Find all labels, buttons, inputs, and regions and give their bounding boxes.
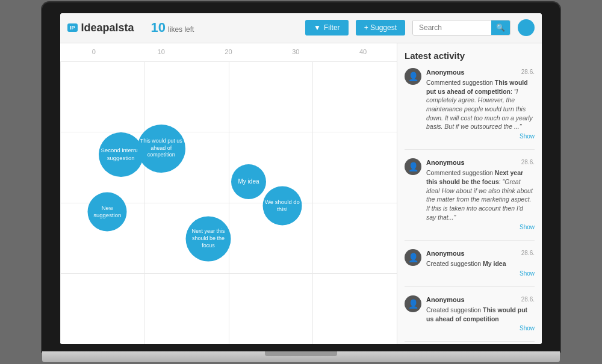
search-box: 🔍: [412, 20, 510, 35]
activity-item: 👤 Anonymous 28.6. Commented suggestion T…: [405, 68, 535, 150]
search-button[interactable]: 🔍: [491, 20, 510, 35]
activity-action: Commented suggestion: [426, 169, 495, 176]
logo-area: IP Ideapalsta: [67, 22, 134, 34]
person-icon: 👤: [408, 162, 418, 171]
avatar: 👤: [405, 68, 421, 85]
activity-action: Created suggestion: [426, 260, 483, 267]
activity-header: Anonymous 28.6.: [426, 249, 535, 258]
logo-badge: IP: [67, 23, 78, 32]
axis-labels: 0 10 20 30 40: [60, 48, 397, 55]
user-avatar-header[interactable]: [518, 19, 535, 36]
suggest-button[interactable]: + Suggest: [356, 20, 405, 35]
activity-user: Anonymous: [426, 249, 465, 258]
activity-date: 28.6.: [521, 158, 535, 167]
activity-content: Anonymous 28.6. Commented suggestion Nex…: [426, 158, 535, 232]
filter-button[interactable]: ▼ Filter: [305, 20, 349, 35]
search-input[interactable]: [413, 20, 491, 35]
laptop-frame: IP Ideapalsta 10 likes left ▼ Filter + S…: [42, 2, 560, 362]
likes-text: likes left: [168, 25, 194, 34]
person-icon: 👤: [408, 72, 418, 81]
avatar: 👤: [405, 158, 421, 175]
bubble-new-suggestion[interactable]: New suggestion: [88, 192, 127, 231]
activity-item: 👤 Anonymous 28.6. Created suggestion Thi…: [405, 295, 535, 342]
likes-left: 10 likes left: [151, 20, 194, 35]
activity-action: Commented suggestion: [426, 79, 495, 86]
activity-item: 👤 Anonymous 28.6. Commented suggestion N…: [405, 158, 535, 241]
bubble-second-internal[interactable]: Second internal suggestion: [99, 132, 143, 177]
bubble-next-year[interactable]: Next year this should be the focus: [185, 216, 231, 261]
activity-header: Anonymous 28.6.: [426, 68, 535, 77]
activity-action: Created suggestion: [426, 306, 483, 313]
activity-date: 28.6.: [521, 249, 535, 258]
avatar: 👤: [405, 249, 421, 266]
activity-user: Anonymous: [426, 158, 465, 167]
show-link[interactable]: Show: [426, 132, 535, 141]
bubble-we-should[interactable]: We should do this!: [262, 186, 302, 225]
sidebar: Latest activity 👤 Anonymous 28.6. Commen…: [397, 43, 542, 344]
activity-date: 28.6.: [521, 295, 535, 304]
laptop-screen: IP Ideapalsta 10 likes left ▼ Filter + S…: [60, 13, 542, 344]
person-icon: 👤: [408, 299, 418, 309]
activity-date: 28.6.: [521, 68, 535, 77]
bubble-my-idea[interactable]: My idea: [231, 164, 266, 199]
show-link[interactable]: Show: [426, 223, 535, 232]
bubble-ahead-competition[interactable]: This would put us ahead of competition: [137, 125, 185, 173]
axis-label-40: 40: [329, 48, 397, 55]
show-link[interactable]: Show: [426, 270, 535, 278]
activity-header: Anonymous 28.6.: [426, 158, 535, 167]
activity-user: Anonymous: [426, 68, 465, 77]
activity-user: Anonymous: [426, 295, 465, 304]
axis-label-10: 10: [128, 48, 195, 55]
filter-icon: ▼: [314, 23, 321, 32]
axis-label-30: 30: [262, 48, 329, 55]
screen-bezel: IP Ideapalsta 10 likes left ▼ Filter + S…: [42, 2, 560, 351]
activity-content: Anonymous 28.6. Created suggestion My id…: [426, 249, 535, 278]
likes-number: 10: [151, 20, 166, 35]
activity-content: Anonymous 28.6. Created suggestion This …: [426, 295, 535, 333]
activity-subject: My idea: [483, 260, 506, 267]
avatar: 👤: [405, 295, 421, 312]
activity-item: 👤 Anonymous 28.6. Created suggestion My …: [405, 249, 535, 287]
sidebar-title: Latest activity: [405, 51, 535, 61]
app-body: 0 10 20 30 40: [60, 43, 542, 344]
person-icon: 👤: [408, 253, 418, 262]
axis-label-20: 20: [195, 48, 262, 55]
activity-content: Anonymous 28.6. Commented suggestion Thi…: [426, 68, 535, 141]
app-title: Ideapalsta: [81, 22, 134, 34]
filter-label: Filter: [324, 23, 340, 32]
laptop-base: [42, 351, 560, 362]
show-link[interactable]: Show: [426, 324, 535, 333]
chart-area: 0 10 20 30 40: [60, 43, 397, 344]
activity-header: Anonymous 28.6.: [426, 295, 535, 304]
axis-label-0: 0: [60, 48, 128, 55]
app-header: IP Ideapalsta 10 likes left ▼ Filter + S…: [60, 13, 542, 43]
suggest-label: + Suggest: [364, 23, 397, 32]
